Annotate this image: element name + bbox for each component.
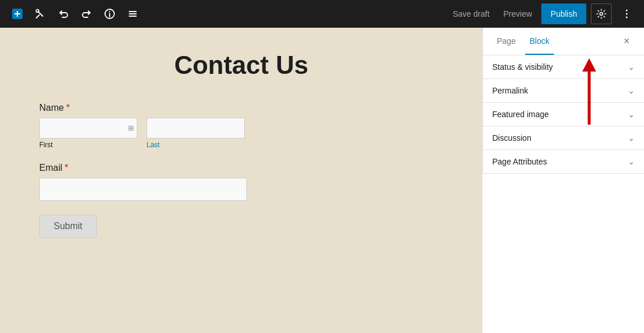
submit-button[interactable]: Submit [39, 215, 97, 238]
tools-button[interactable] [30, 3, 51, 24]
section-page-attributes: Page Attributes ⌄ [483, 150, 644, 174]
preview-button[interactable]: Preview [499, 7, 537, 21]
main-area: Contact Us Name * ⊞ First [0, 28, 644, 333]
section-page-attributes-title: Page Attributes [492, 157, 547, 166]
sidebar-wrapper: Page Block × Status & visibility ⌄ Perma… [482, 28, 644, 333]
section-featured-image-chevron: ⌄ [628, 110, 635, 119]
svg-point-10 [600, 13, 603, 16]
section-status-title: Status & visibility [492, 62, 553, 72]
section-featured-image-header[interactable]: Featured image ⌄ [483, 103, 644, 126]
email-form-group: Email * [39, 163, 443, 201]
section-status-chevron: ⌄ [628, 62, 635, 72]
toolbar-right: Save draft Preview Publish [448, 3, 637, 24]
svg-point-3 [36, 10, 39, 13]
section-permalink-chevron: ⌄ [628, 86, 635, 95]
svg-point-11 [626, 10, 628, 12]
more-options-button[interactable] [616, 3, 637, 24]
last-name-input[interactable] [147, 118, 245, 139]
sidebar-sections: Status & visibility ⌄ Permalink ⌄ Featur… [483, 55, 644, 174]
name-form-group: Name * ⊞ First Last [39, 103, 443, 149]
details-button[interactable] [99, 3, 120, 24]
section-permalink-header[interactable]: Permalink ⌄ [483, 79, 644, 102]
section-discussion-title: Discussion [492, 133, 531, 143]
sidebar-close-button[interactable]: × [619, 33, 635, 50]
redo-button[interactable] [76, 3, 97, 24]
section-discussion: Discussion ⌄ [483, 126, 644, 150]
input-icon: ⊞ [128, 124, 134, 132]
list-view-button[interactable] [122, 3, 143, 24]
tab-block[interactable]: Block [525, 28, 554, 55]
top-toolbar: Save draft Preview Publish [0, 0, 644, 28]
section-page-attributes-chevron: ⌄ [628, 157, 635, 166]
toolbar-left [7, 3, 143, 24]
first-name-input-wrap: ⊞ [39, 118, 137, 139]
editor-content: Contact Us Name * ⊞ First [39, 51, 443, 238]
first-name-sub: First [39, 141, 137, 149]
section-discussion-chevron: ⌄ [628, 133, 635, 143]
last-name-wrap: Last [147, 118, 245, 149]
save-draft-button[interactable]: Save draft [448, 7, 494, 21]
email-input[interactable] [39, 178, 247, 201]
sidebar-tabs: Page Block × [483, 28, 644, 55]
email-label: Email * [39, 163, 443, 173]
settings-button[interactable] [591, 3, 612, 24]
publish-button[interactable]: Publish [541, 3, 586, 24]
page-title: Contact Us [39, 51, 443, 80]
editor-area: Contact Us Name * ⊞ First [0, 28, 482, 333]
name-label: Name * [39, 103, 443, 113]
svg-point-6 [109, 11, 110, 12]
tab-page[interactable]: Page [492, 28, 521, 55]
add-block-button[interactable] [7, 3, 28, 24]
name-fields: ⊞ First Last [39, 118, 443, 149]
sidebar: Page Block × Status & visibility ⌄ Perma… [482, 28, 644, 174]
section-status: Status & visibility ⌄ [483, 55, 644, 79]
section-featured-image-title: Featured image [492, 110, 549, 119]
svg-point-12 [626, 13, 628, 15]
name-required: * [66, 103, 70, 113]
last-name-sub[interactable]: Last [147, 141, 245, 149]
svg-point-13 [626, 17, 628, 18]
section-status-header[interactable]: Status & visibility ⌄ [483, 55, 644, 78]
section-permalink-title: Permalink [492, 86, 528, 95]
section-featured-image: Featured image ⌄ [483, 103, 644, 126]
email-required: * [65, 163, 68, 173]
section-permalink: Permalink ⌄ [483, 79, 644, 103]
section-page-attributes-header[interactable]: Page Attributes ⌄ [483, 150, 644, 173]
first-name-input[interactable] [39, 118, 137, 139]
section-discussion-header[interactable]: Discussion ⌄ [483, 126, 644, 149]
undo-button[interactable] [53, 3, 74, 24]
first-name-wrap: ⊞ First [39, 118, 137, 149]
